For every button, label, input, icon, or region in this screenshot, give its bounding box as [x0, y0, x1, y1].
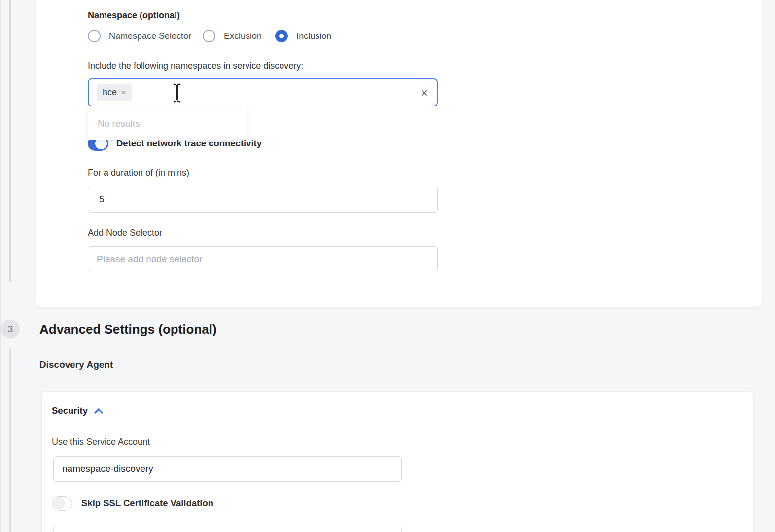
stepper-line-step2 — [9, 0, 11, 282]
security-accordion-header[interactable]: Security — [52, 405, 104, 416]
node-selector-label: Add Node Selector — [88, 228, 162, 238]
security-title: Security — [52, 405, 88, 416]
namespace-section-label: Namespace (optional) — [88, 10, 180, 21]
stepper-line-step3 — [9, 348, 11, 532]
tag-remove-icon[interactable]: × — [121, 88, 126, 98]
namespaces-dropdown: No results. — [88, 107, 247, 140]
namespace-tag-text: hce — [103, 87, 117, 98]
radio-namespace-selector[interactable]: Namespace Selector — [88, 30, 191, 42]
step3-number-badge: 3 — [1, 320, 20, 339]
node-selector-input[interactable] — [88, 246, 438, 272]
skip-ssl-row: Skip SSL Certificate Validation — [52, 496, 213, 511]
service-account-input[interactable] — [53, 456, 402, 482]
duration-label: For a duration of (in mins) — [88, 168, 189, 178]
clear-input-icon[interactable]: × — [421, 86, 428, 99]
panel-left-border — [0, 0, 1, 532]
text-cursor-icon — [173, 84, 181, 102]
skip-ssl-label: Skip SSL Certificate Validation — [81, 498, 213, 509]
include-namespaces-label: Include the following namespaces in serv… — [88, 61, 303, 71]
radio-label: Namespace Selector — [109, 31, 191, 41]
discovery-agent-label: Discovery Agent — [39, 359, 113, 370]
radio-circle-icon[interactable] — [203, 30, 215, 42]
chevron-up-icon[interactable] — [94, 407, 104, 414]
namespace-tag: hce × — [97, 84, 132, 101]
step2-card: Namespace (optional) Namespace Selector … — [36, 0, 762, 307]
namespaces-multiselect-input[interactable]: hce × × — [88, 78, 438, 106]
bottom-partial-input[interactable] — [53, 527, 402, 532]
dropdown-empty-text: No results. — [98, 118, 142, 129]
radio-inclusion[interactable]: Inclusion — [275, 30, 331, 42]
radio-exclusion[interactable]: Exclusion — [203, 30, 262, 42]
step3-number: 3 — [8, 324, 13, 335]
toggle-knob — [53, 497, 65, 509]
skip-ssl-toggle[interactable] — [52, 496, 72, 511]
service-account-label: Use this Service Account — [52, 437, 150, 447]
namespace-mode-radio-group: Namespace Selector Exclusion Inclusion — [88, 29, 331, 43]
radio-label: Inclusion — [296, 31, 331, 41]
radio-circle-icon[interactable] — [88, 30, 101, 42]
duration-input[interactable] — [88, 186, 438, 213]
radio-label: Exclusion — [224, 31, 262, 41]
step3-title: Advanced Settings (optional) — [39, 322, 217, 337]
radio-circle-selected-icon[interactable] — [275, 30, 288, 42]
